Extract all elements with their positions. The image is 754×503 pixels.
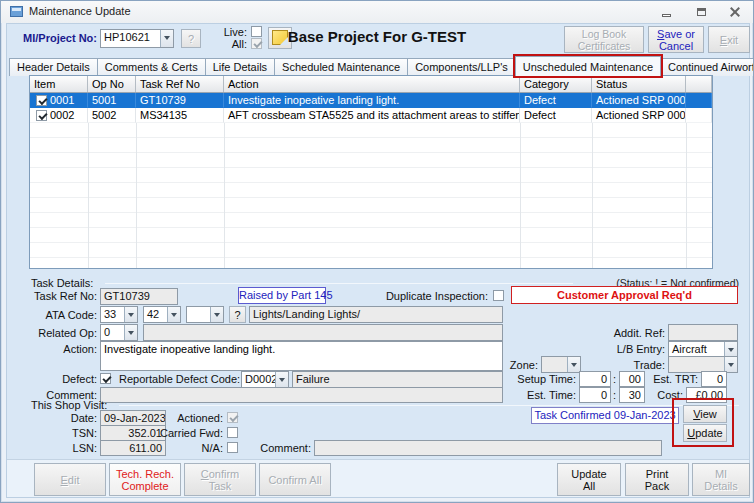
carried-fwd-checkbox[interactable] xyxy=(227,427,238,438)
col-category[interactable]: Category xyxy=(520,76,592,92)
restore-button[interactable] xyxy=(689,4,713,20)
lsn-field: 611.00 xyxy=(100,440,166,456)
lsn-label: LSN: xyxy=(31,442,97,454)
chevron-down-icon[interactable] xyxy=(124,325,137,340)
est-time-separator: : xyxy=(613,389,616,401)
mi-project-value: HP10621 xyxy=(104,31,150,43)
ata-code-2-select[interactable]: 42 xyxy=(143,306,181,323)
col-task-ref[interactable]: Task Ref No xyxy=(136,76,224,92)
col-item[interactable]: Item xyxy=(30,76,88,92)
live-checkbox[interactable] xyxy=(251,26,262,37)
cost-field[interactable]: £0.00 xyxy=(686,387,727,403)
table-row[interactable]: 0001 5001 GT10739 Investigate inopeative… xyxy=(30,93,712,108)
ata-code-label: ATA Code: xyxy=(11,309,97,321)
tsn-label: TSN: xyxy=(31,427,97,439)
est-trt-field[interactable]: 0 xyxy=(701,371,727,387)
actioned-checkbox[interactable] xyxy=(227,412,238,423)
mi-project-select[interactable]: HP10621 xyxy=(100,29,174,48)
grid-header: Item Op No Task Ref No Action Category S… xyxy=(30,76,712,93)
app-icon xyxy=(10,6,23,17)
row-checkbox[interactable] xyxy=(36,95,47,106)
defect-checkbox[interactable] xyxy=(100,373,111,384)
col-op-no[interactable]: Op No xyxy=(88,76,136,92)
tab-scheduled-maintenance[interactable]: Scheduled Maintenance xyxy=(274,58,408,76)
tab-header-details[interactable]: Header Details xyxy=(9,58,98,76)
est-time-hours-field[interactable]: 0 xyxy=(579,387,611,403)
log-book-certificates-button[interactable]: Log Book Certificates xyxy=(564,26,644,53)
na-checkbox[interactable] xyxy=(227,442,238,453)
related-op-select[interactable]: 0 xyxy=(100,324,138,341)
setup-time-label: Setup Time: xyxy=(501,373,576,385)
task-ref-label: Task Ref No: xyxy=(11,290,97,302)
tab-comments-certs[interactable]: Comments & Certs xyxy=(97,58,206,76)
mi-help-button[interactable]: ? xyxy=(181,29,201,48)
tab-continued-airworthiness[interactable]: Continued Airworthiness Requirements xyxy=(660,58,754,76)
setup-time-mins-field[interactable]: 00 xyxy=(619,371,645,387)
chevron-down-icon[interactable] xyxy=(724,357,737,372)
cost-label: Cost: xyxy=(641,389,683,401)
live-label: Live: xyxy=(207,26,247,38)
mi-details-button[interactable]: MIDetails xyxy=(692,463,750,496)
reportable-defect-select[interactable]: D0002 xyxy=(241,371,289,388)
duplicate-inspection-checkbox[interactable] xyxy=(493,290,504,301)
col-status[interactable]: Status xyxy=(592,76,686,92)
na-label: N/A: xyxy=(181,442,223,454)
addit-ref-field[interactable] xyxy=(668,324,738,341)
reportable-defect-label: Reportable Defect Code: xyxy=(119,373,238,385)
tab-strip: Header Details Comments & Certs Life Det… xyxy=(9,56,754,76)
chevron-down-icon[interactable] xyxy=(210,307,223,322)
raised-by-badge: Raised by Part 145 xyxy=(238,287,326,304)
zone-label: Zone: xyxy=(496,359,538,371)
col-action[interactable]: Action xyxy=(224,76,520,92)
zone-select[interactable] xyxy=(541,356,581,373)
task-ref-field: GT10739 xyxy=(100,288,178,305)
update-all-button[interactable]: UpdateAll xyxy=(557,463,621,496)
sticky-note-icon xyxy=(272,30,288,45)
chevron-down-icon[interactable] xyxy=(160,30,173,47)
print-pack-button[interactable]: PrintPack xyxy=(625,463,689,496)
shop-visit-group-label: This Shop Visit: xyxy=(31,399,107,411)
action-textarea[interactable]: Investigate inopeative landing light. xyxy=(100,341,503,371)
related-op-label: Related Op: xyxy=(11,327,97,339)
confirm-all-button[interactable]: Confirm All xyxy=(259,463,331,496)
confirm-task-button[interactable]: ConfirmTask xyxy=(184,463,256,496)
window-title: Maintenance Update xyxy=(29,5,131,17)
chevron-down-icon[interactable] xyxy=(724,342,737,357)
ata-code-1-select[interactable]: 33 xyxy=(100,306,138,323)
addit-ref-label: Addit. Ref: xyxy=(581,327,665,339)
save-or-cancel-button[interactable]: Save or Cancel xyxy=(648,26,704,53)
tab-unscheduled-maintenance[interactable]: Unscheduled Maintenance xyxy=(515,56,661,76)
comment-field[interactable] xyxy=(100,387,503,403)
setup-time-separator: : xyxy=(613,373,616,385)
ata-code-3-select[interactable] xyxy=(186,306,224,323)
tab-life-details[interactable]: Life Details xyxy=(205,58,275,76)
minimize-button[interactable] xyxy=(655,4,679,20)
maintenance-update-window: Maintenance Update MI/Project No: HP1062… xyxy=(0,0,754,503)
duplicate-inspection-label: Duplicate Inspection: xyxy=(376,290,488,302)
ata-help-button[interactable]: ? xyxy=(229,306,246,323)
tech-rech-complete-button[interactable]: Tech. Rech.Complete xyxy=(109,463,181,496)
shop-visit-comment-field[interactable] xyxy=(314,440,662,456)
table-row[interactable]: 0002 5002 MS34135 AFT crossbeam STA5525 … xyxy=(30,108,712,123)
view-button[interactable]: View xyxy=(683,405,727,423)
close-button[interactable] xyxy=(723,4,747,20)
chevron-down-icon[interactable] xyxy=(167,307,180,322)
tab-components-llps[interactable]: Components/LLP's xyxy=(407,58,516,76)
actioned-label: Actioned: xyxy=(161,412,223,424)
chevron-down-icon[interactable] xyxy=(275,372,288,387)
action-label: Action: xyxy=(11,343,97,355)
defect-label: Defect: xyxy=(11,373,97,385)
date-label: Date: xyxy=(31,412,97,424)
all-checkbox[interactable] xyxy=(251,38,262,49)
setup-time-hours-field[interactable]: 0 xyxy=(579,371,611,387)
chevron-down-icon[interactable] xyxy=(567,357,580,372)
carried-fwd-label: Carried Fwd: xyxy=(151,427,223,439)
related-op-desc-field xyxy=(143,324,503,341)
chevron-down-icon[interactable] xyxy=(124,307,137,322)
tasks-grid: Item Op No Task Ref No Action Category S… xyxy=(29,75,713,269)
update-button[interactable]: Update xyxy=(683,424,727,442)
exit-button[interactable]: Exit xyxy=(708,26,750,53)
row-checkbox[interactable] xyxy=(36,110,47,121)
lb-entry-label: L/B Entry: xyxy=(581,343,665,355)
edit-button[interactable]: Edit xyxy=(34,463,106,496)
